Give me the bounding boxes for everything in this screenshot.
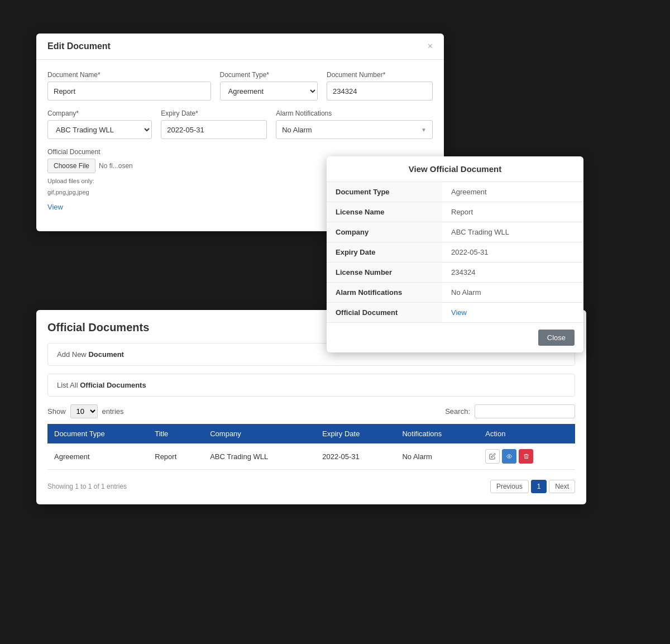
cell-company: ABC Trading WLL xyxy=(203,443,315,470)
file-name-display: No fi...osen xyxy=(99,162,133,170)
document-name-label: Document Name* xyxy=(47,71,211,79)
edit-modal-title: Edit Document xyxy=(47,41,111,51)
document-type-label: Document Type* xyxy=(220,71,318,79)
edit-row-button[interactable] xyxy=(485,449,500,464)
choose-file-button[interactable]: Choose File xyxy=(47,159,95,173)
view-modal-footer: Close xyxy=(327,322,583,352)
alarm-select-wrapper: No Alarm ▼ xyxy=(276,120,433,139)
view-modal-title: View Official Document xyxy=(327,156,583,182)
view-document-table: Document Type Agreement License Name Rep… xyxy=(327,182,583,322)
alarm-notifications-value: No Alarm xyxy=(442,283,583,303)
table-row: License Number 234324 xyxy=(327,263,583,283)
cell-notifications: No Alarm xyxy=(395,443,478,470)
add-new-label: Add New xyxy=(57,350,87,359)
form-row-2: Company* ABC Trading WLL Expiry Date* Al… xyxy=(47,109,433,139)
alarm-notifications-label: Alarm Notifications xyxy=(327,283,442,303)
edit-icon xyxy=(489,453,496,460)
entries-label: entries xyxy=(102,407,124,416)
table-footer: Showing 1 to 1 of 1 entries Previous 1 N… xyxy=(47,475,575,493)
expiry-date-input[interactable] xyxy=(161,120,267,139)
table-row: Company ABC Trading WLL xyxy=(327,222,583,242)
document-type-group: Document Type* Agreement xyxy=(220,71,318,101)
expiry-date-label-view: Expiry Date xyxy=(327,242,442,263)
expiry-date-value-view: 2022-05-31 xyxy=(442,242,583,263)
delete-row-button[interactable] xyxy=(519,449,533,464)
next-page-button[interactable]: Next xyxy=(549,480,575,493)
company-group: Company* ABC Trading WLL xyxy=(47,109,152,139)
official-document-label: Official Document xyxy=(47,148,433,156)
col-header-action: Action xyxy=(478,424,575,443)
document-type-select[interactable]: Agreement xyxy=(220,82,318,101)
showing-entries-text: Showing 1 to 1 of 1 entries xyxy=(47,483,127,490)
cell-action xyxy=(478,443,575,470)
cell-title: Report xyxy=(148,443,203,470)
expiry-date-label: Expiry Date* xyxy=(161,109,267,117)
cell-expiry-date: 2022-05-31 xyxy=(315,443,395,470)
list-all-documents-link[interactable]: Official Documents xyxy=(80,381,146,389)
col-header-notifications: Notifications xyxy=(395,424,478,443)
table-row: Agreement Report ABC Trading WLL 2022-05… xyxy=(47,443,575,470)
document-number-group: Document Number* xyxy=(327,71,433,101)
view-row-button[interactable] xyxy=(502,449,516,464)
col-header-company: Company xyxy=(203,424,315,443)
pagination: Previous 1 Next xyxy=(490,480,575,493)
license-name-label: License Name xyxy=(327,202,442,222)
edit-modal-header: Edit Document × xyxy=(36,34,444,60)
company-select[interactable]: ABC Trading WLL xyxy=(47,120,152,139)
list-all-section: List All Official Documents xyxy=(47,374,575,397)
license-number-label: License Number xyxy=(327,263,442,283)
edit-modal-close-button[interactable]: × xyxy=(428,41,433,51)
entries-select[interactable]: 10 25 50 xyxy=(70,404,98,418)
document-name-input[interactable] xyxy=(47,82,211,101)
previous-page-button[interactable]: Previous xyxy=(490,480,529,493)
list-all-label: List All xyxy=(57,381,78,389)
svg-point-0 xyxy=(509,456,510,457)
search-input[interactable] xyxy=(475,404,575,418)
table-row: Document Type Agreement xyxy=(327,182,583,202)
add-new-document-link[interactable]: Document xyxy=(88,350,124,359)
company-value-view: ABC Trading WLL xyxy=(442,222,583,242)
doc-type-value: Agreement xyxy=(442,182,583,202)
table-row: License Name Report xyxy=(327,202,583,222)
col-header-document-type: Document Type xyxy=(47,424,148,443)
eye-icon xyxy=(506,454,513,459)
table-header-row: Document Type Title Company Expiry Date … xyxy=(47,424,575,443)
alarm-select[interactable]: No Alarm xyxy=(276,120,415,139)
table-row: Alarm Notifications No Alarm xyxy=(327,283,583,303)
form-row-1: Document Name* Document Type* Agreement … xyxy=(47,71,433,101)
official-doc-value-view: View xyxy=(442,303,583,323)
expiry-date-group: Expiry Date* xyxy=(161,109,267,139)
company-label: Company* xyxy=(47,109,152,117)
view-official-document-modal: View Official Document Document Type Agr… xyxy=(327,156,583,352)
cell-document-type: Agreement xyxy=(47,443,148,470)
document-name-group: Document Name* xyxy=(47,71,211,101)
official-doc-label-view: Official Document xyxy=(327,303,442,323)
license-number-value: 234324 xyxy=(442,263,583,283)
page-1-button[interactable]: 1 xyxy=(531,480,547,493)
search-label: Search: xyxy=(445,407,470,416)
alarm-dropdown-arrow: ▼ xyxy=(415,127,432,133)
documents-table: Document Type Title Company Expiry Date … xyxy=(47,424,575,470)
doc-type-label: Document Type xyxy=(327,182,442,202)
official-doc-view-link[interactable]: View xyxy=(451,308,467,317)
trash-icon xyxy=(523,453,529,460)
close-button[interactable]: Close xyxy=(538,330,575,346)
col-header-expiry-date: Expiry Date xyxy=(315,424,395,443)
document-number-input[interactable] xyxy=(327,82,433,101)
company-label-view: Company xyxy=(327,222,442,242)
search-box: Search: xyxy=(445,404,575,418)
table-row: Official Document View xyxy=(327,303,583,323)
alarm-group: Alarm Notifications No Alarm ▼ xyxy=(276,109,433,139)
table-controls: Show 10 25 50 entries Search: xyxy=(47,404,575,418)
table-row: Expiry Date 2022-05-31 xyxy=(327,242,583,263)
show-entries-control: Show 10 25 50 entries xyxy=(47,404,124,418)
document-number-label: Document Number* xyxy=(327,71,433,79)
show-label: Show xyxy=(47,407,66,416)
license-name-value: Report xyxy=(442,202,583,222)
action-buttons xyxy=(485,449,568,464)
alarm-label: Alarm Notifications xyxy=(276,109,433,117)
col-header-title: Title xyxy=(148,424,203,443)
